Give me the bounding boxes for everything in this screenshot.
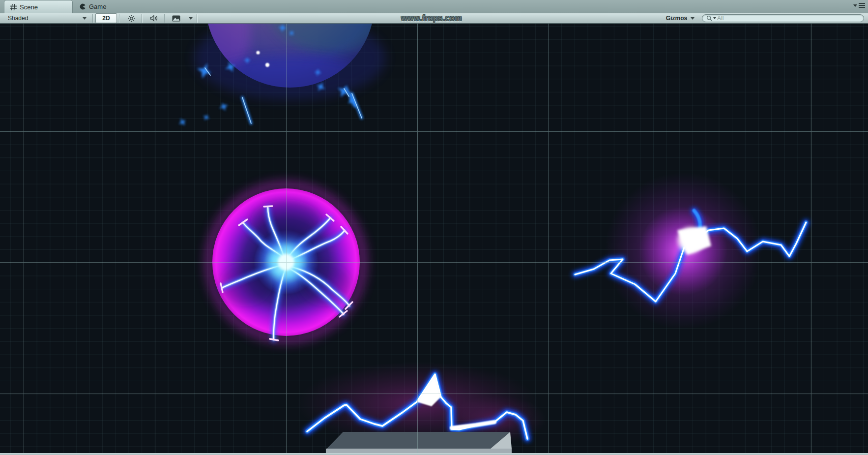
speaker-icon bbox=[150, 15, 158, 22]
fraps-watermark: www.fraps.com bbox=[401, 14, 462, 23]
panel-dropdown-icon bbox=[853, 4, 857, 7]
draw-mode-dropdown[interactable]: Shaded bbox=[3, 13, 91, 23]
chevron-down-icon bbox=[83, 17, 87, 20]
effects-dropdown[interactable] bbox=[186, 13, 196, 23]
platform-box bbox=[326, 432, 512, 453]
toggle-2d-label: 2D bbox=[102, 15, 110, 22]
panel-hamburger-icon bbox=[859, 3, 865, 8]
scene-toolbar: Shaded 2D bbox=[0, 13, 868, 24]
scene-lighting-button[interactable] bbox=[121, 13, 142, 23]
window-bottom-edge bbox=[0, 453, 868, 455]
search-input[interactable] bbox=[717, 15, 860, 22]
toggle-2d-button[interactable]: 2D bbox=[95, 13, 117, 23]
tab-scene[interactable]: Scene bbox=[4, 0, 73, 13]
scene-grid-icon bbox=[10, 4, 17, 10]
effects-visibility-button[interactable] bbox=[166, 13, 186, 23]
scene-audio-button[interactable] bbox=[144, 13, 164, 23]
tab-game[interactable]: Game bbox=[74, 0, 123, 13]
unity-scene-window: Scene Game Shaded 2D bbox=[0, 0, 868, 455]
image-icon bbox=[172, 15, 180, 22]
draw-mode-label: Shaded bbox=[8, 15, 28, 22]
electric-arc-right bbox=[575, 172, 806, 330]
gizmos-label: Gizmos bbox=[666, 15, 687, 22]
gizmos-dropdown[interactable]: Gizmos bbox=[663, 13, 698, 23]
tab-game-label: Game bbox=[89, 3, 106, 10]
tab-scene-label: Scene bbox=[20, 3, 38, 11]
scene-search-field[interactable] bbox=[702, 14, 864, 22]
chevron-down-icon bbox=[691, 17, 694, 20]
sun-icon bbox=[128, 15, 135, 22]
game-pacman-icon bbox=[80, 3, 86, 10]
search-filter-chevron-icon bbox=[713, 17, 716, 19]
panel-menu[interactable] bbox=[853, 3, 865, 8]
tab-bar: Scene Game bbox=[0, 0, 868, 13]
search-icon bbox=[706, 15, 716, 22]
scene-viewport[interactable] bbox=[0, 24, 868, 453]
energy-sphere bbox=[194, 24, 394, 115]
chevron-down-icon bbox=[189, 17, 193, 20]
